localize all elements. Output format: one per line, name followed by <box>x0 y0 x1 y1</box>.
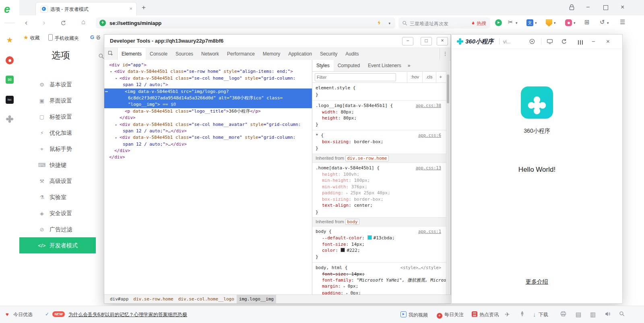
css-property[interactable]: box-sizing: border-box; <box>312 196 450 202</box>
board-icon[interactable]: ▤ <box>576 311 581 318</box>
sidebar-item[interactable]: </>开发者模式 <box>19 237 96 253</box>
undo-icon[interactable]: ↺ <box>600 19 605 26</box>
headline-link[interactable]: 为什么会丢失6岁以前的记忆？心理学家的答案细思恐极 <box>68 311 187 318</box>
devtools-tab-console[interactable]: Console <box>146 48 171 60</box>
styles-tabs-overflow-icon[interactable]: » <box>405 63 413 68</box>
miniapp-more-link[interactable]: 更多介绍 <box>452 278 622 286</box>
printer-icon[interactable] <box>560 311 566 318</box>
styles-tab-styles[interactable]: Styles <box>312 60 334 71</box>
isc-app-icon[interactable]: isc <box>6 96 14 104</box>
css-selector[interactable]: element.style <box>316 85 350 91</box>
sidebar-item[interactable]: ⚙基本设置 <box>19 76 96 93</box>
collapse-arrow-icon[interactable]: ▾ <box>110 68 112 75</box>
mail-app-icon[interactable]: ✉ <box>6 76 14 84</box>
css-property[interactable]: min-width: 376px; <box>312 184 450 190</box>
devtools-tab-security[interactable]: Security <box>316 48 341 60</box>
miniapp-minimize-button[interactable]: − <box>592 37 595 45</box>
styles-tab-computed[interactable]: Computed <box>334 60 364 71</box>
dom-tree-line[interactable]: ▸<div data-v-584e45b1 class="se-col home… <box>104 134 312 141</box>
boost-icon[interactable] <box>377 20 382 27</box>
dom-tree-line[interactable]: </div> <box>104 115 312 121</box>
styles-tab-event-listeners[interactable]: Event Listeners <box>364 60 405 71</box>
bookmark-favorites[interactable]: ★收藏 <box>23 34 40 41</box>
css-property[interactable]: min-height: 100px; <box>312 177 450 183</box>
sidebar-item[interactable]: ⚡优化加速 <box>19 125 96 141</box>
color-swatch[interactable] <box>341 248 345 252</box>
monitor-icon[interactable] <box>547 38 553 46</box>
css-selector[interactable]: body, html <box>316 265 342 270</box>
devtools-tab-audits[interactable]: Audits <box>341 48 363 60</box>
rocket-icon[interactable] <box>519 311 525 318</box>
stylesheet-link[interactable]: app.css:13 <box>416 165 441 171</box>
site-safety-icon[interactable]: + <box>99 20 106 26</box>
daily-follow-item[interactable]: +每日关注 <box>437 311 464 319</box>
back-button[interactable]: ‹ <box>25 18 27 27</box>
gamepad-icon[interactable] <box>565 19 572 26</box>
address-dropdown-icon[interactable]: ▾ <box>388 21 390 25</box>
stylesheet-link[interactable]: app.css:38 <box>416 103 441 109</box>
css-property[interactable]: box-sizing: border-box; <box>312 139 450 145</box>
miniapp-rail-icon[interactable] <box>6 115 14 123</box>
dom-tree-line[interactable]: span 12 / auto;">…</div> <box>104 141 312 148</box>
refresh-button[interactable] <box>60 19 66 28</box>
hot-news-item[interactable]: 热点资讯 <box>472 311 499 318</box>
gamepad-dropdown-icon[interactable]: ▾ <box>574 21 576 25</box>
node-link[interactable]: div.se-row.home <box>345 155 388 161</box>
translate-icon[interactable]: 文 <box>526 19 533 26</box>
expand-value-icon[interactable]: ▸ <box>346 191 351 195</box>
breadcrumb-item[interactable]: div#app <box>107 295 131 303</box>
devtools-more-icon[interactable]: ⋮ <box>440 48 450 60</box>
devtools-minimize-button[interactable]: − <box>402 37 413 45</box>
css-rule[interactable]: element.style {} <box>312 83 450 101</box>
styles-filter-input[interactable] <box>315 73 396 81</box>
browser-search[interactable]: 三星堆遗址再次发 热搜 <box>398 17 490 29</box>
dom-tree-line[interactable]: <div id="app"> <box>104 62 312 68</box>
devtools-tab-performance[interactable]: Performance <box>223 48 259 60</box>
hot-search-tag[interactable]: 热搜 <box>471 20 486 27</box>
inspect-element-icon[interactable] <box>104 48 118 60</box>
node-menu-icon[interactable]: ⋯ <box>105 88 107 95</box>
speaker-icon[interactable] <box>605 311 611 318</box>
css-property[interactable]: height: 80px; <box>312 115 450 121</box>
css-property[interactable]: height: 100vh; <box>312 171 450 177</box>
breadcrumb-item[interactable]: div.se-col.home__logo <box>176 295 237 303</box>
new-tab-button[interactable]: + <box>142 4 146 12</box>
bookmark-google[interactable]: G谷 <box>90 34 101 41</box>
css-property[interactable]: padding: ▸ 25px 25px 40px; <box>312 190 450 196</box>
home-button[interactable]: ⌂ <box>81 18 85 26</box>
window-close-button[interactable]: × <box>621 4 624 11</box>
css-property[interactable]: font-size: 14px; <box>312 241 450 247</box>
css-selector[interactable]: * <box>316 133 318 138</box>
search-icon[interactable] <box>619 311 625 318</box>
css-selector[interactable]: .home[data-v-584e45b1] <box>316 165 374 171</box>
collapse-arrow-icon[interactable]: ▾ <box>115 75 117 82</box>
rewards-bag-icon[interactable] <box>568 4 575 12</box>
dom-tree-line[interactable]: span 12 / auto;"> <box>104 82 312 88</box>
css-selector[interactable]: body <box>316 229 326 234</box>
new-rule-button[interactable]: + <box>436 72 445 82</box>
shield-icon[interactable] <box>546 19 552 27</box>
breadcrumb-item[interactable]: img.logo__img <box>237 295 276 303</box>
grid-icon[interactable]: ⊞ <box>584 19 590 26</box>
dom-tree-line[interactable]: </div> <box>104 148 312 154</box>
menu-icon[interactable]: ☰ <box>620 19 625 26</box>
settings-search-icon[interactable] <box>98 53 104 60</box>
css-property[interactable]: margin: ▸ 0px; <box>312 283 450 290</box>
css-property[interactable]: font-size: 14px; <box>312 271 450 277</box>
sidebar-item[interactable]: ▢标签设置 <box>19 109 96 125</box>
css-rule[interactable]: app.css:38.logo__img[data-v-584e45b1] {w… <box>312 101 450 130</box>
css-rule[interactable]: <style>…</style>body, html {font-size: 1… <box>312 263 450 294</box>
css-property[interactable]: text-align: center; <box>312 202 450 208</box>
stylesheet-link[interactable]: app.css:1 <box>418 228 441 235</box>
stylesheet-link[interactable]: app.css:6 <box>418 132 441 138</box>
dom-selected-line[interactable]: "logo__img"> == $0 <box>104 101 312 108</box>
sidebar-item[interactable]: ⌨快捷键 <box>19 157 96 173</box>
dom-tree-line[interactable]: <p data-v-584e45b1 class="logo__title">3… <box>104 108 312 115</box>
devtools-tab-application[interactable]: Application <box>284 48 316 60</box>
shield-dropdown-icon[interactable]: ▾ <box>554 21 556 25</box>
css-property[interactable]: font-family: "Microsoft YaHei", 微软雅黑, Mi… <box>312 277 450 283</box>
node-link[interactable]: body <box>345 219 359 225</box>
dom-selected-line[interactable]: ⋯<img data-v-584e45b1 src="img/logo.png? <box>104 88 312 95</box>
css-property[interactable]: padding: ▸ 0px; <box>312 290 450 294</box>
my-videos-item[interactable]: 我的视频 <box>400 311 428 319</box>
